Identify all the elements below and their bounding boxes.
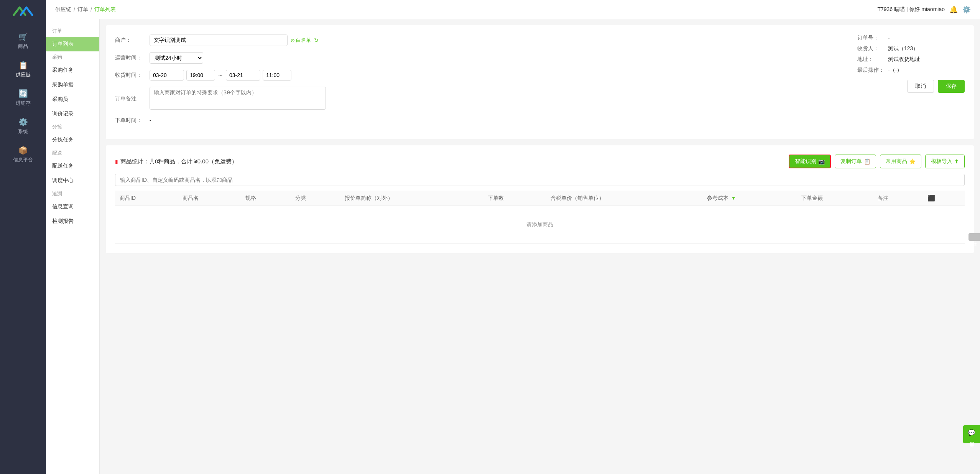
sort-icon[interactable]: ▼ [731,196,736,201]
end-time-input[interactable] [263,70,291,81]
template-import-button[interactable]: 模板导入 ⬆ [925,155,965,168]
sub-sidebar: 订单 订单列表 采购 采购任务 采购单据 采购员 询价记录 分拣 分拣任务 配送… [46,19,100,474]
address-label: 地址： [857,56,888,63]
last-op-value: -（-） [888,67,902,74]
breadcrumb-current[interactable]: 订单列表 [94,6,116,13]
product-table: 商品ID 商品名 规格 分类 报价单简称（对外） 下单数 含税单价（销售单位） … [115,191,965,244]
breadcrumb-supply[interactable]: 供应链 [55,6,71,13]
observer-float-button[interactable]: 💬 观麦服务 [963,425,980,443]
sidebar-item-products[interactable]: 🛒 商品 [0,27,46,55]
operating-time-control: 测试24小时 [150,52,326,64]
start-date-input[interactable] [150,70,184,81]
form-section: 商户： ⊙ 白名单 ↻ 运 [115,35,842,130]
merchant-input[interactable] [150,35,288,46]
col-category: 分类 [291,191,340,206]
sub-item-info-query[interactable]: 信息查询 [46,199,99,214]
remarks-control [150,87,326,111]
sidebar-item-label: 系统 [18,128,28,135]
copy-icon: 📋 [864,158,870,165]
breadcrumb-sep-2: / [90,7,92,13]
common-goods-label: 常用商品 [886,158,907,165]
sub-item-purchase-docs[interactable]: 采购单据 [46,77,99,92]
sub-item-order-list[interactable]: 订单列表 [46,37,99,51]
common-goods-button[interactable]: 常用商品 ⭐ [880,155,921,168]
end-date-input[interactable] [226,70,260,81]
refresh-icon[interactable]: ↻ [314,37,319,43]
star-icon: ⭐ [909,158,916,165]
top-bar-right: T7936 喵喵 | 你好 miaomiao 🔔 ⚙️ [877,5,971,14]
breadcrumb-sep-1: / [74,7,75,13]
receive-time-control: ～ [150,70,326,81]
breadcrumb: 供应链 / 订单 / 订单列表 [55,6,116,13]
col-spec: 规格 [241,191,290,206]
template-import-label: 模板导入 [931,158,952,165]
sidebar-item-inventory[interactable]: 🔄 进销存 [0,84,46,112]
whitelist-button[interactable]: ⊙ 白名单 [291,37,311,44]
smart-id-button[interactable]: 智能识别 📷 [789,155,831,168]
breadcrumb-order[interactable]: 订单 [77,6,88,13]
copy-order-button[interactable]: 复制订单 📋 [835,155,876,168]
whitelist-label: 白名单 [296,37,311,44]
sub-section-sorting: 分拣 [46,121,99,133]
sub-item-inspection-report[interactable]: 检测报告 [46,214,99,229]
info-row-last-op: 最后操作： -（-） [857,67,965,74]
products-icon: 🛒 [18,32,28,41]
info-row-address: 地址： 测试收货地址 [857,56,965,63]
sub-item-sorting-task[interactable]: 分拣任务 [46,133,99,147]
sidebar-item-info-platform[interactable]: 📦 信息平台 [0,140,46,169]
operating-time-select[interactable]: 测试24小时 [150,52,203,64]
settings-icon[interactable]: ⚙️ [962,5,971,14]
form-and-info: 商户： ⊙ 白名单 ↻ 运 [115,35,965,130]
sub-item-dispatch-center[interactable]: 调度中心 [46,173,99,188]
remarks-input[interactable] [150,87,326,110]
sub-item-delivery-task[interactable]: 配送任务 [46,159,99,173]
order-info-panel: 订单号： - 收货人： 测试（123） 地址： 测试收货地址 最后操作： [842,35,965,93]
sidebar-item-label: 商品 [18,43,28,50]
col-ref-cost: 参考成本 ▼ [702,191,797,206]
table-header: 商品ID 商品名 规格 分类 报价单简称（对外） 下单数 含税单价（销售单位） … [115,191,965,206]
product-search-input[interactable] [115,174,965,186]
observer-label: 观麦服务 [968,438,975,439]
col-remarks: 备注 [873,191,922,206]
start-time-input[interactable] [186,70,215,81]
order-form-card: 商户： ⊙ 白名单 ↻ 运 [106,25,974,139]
notification-icon[interactable]: 🔔 [949,5,958,14]
receiver-value: 测试（123） [888,45,918,52]
sidebar-item-label: 进销存 [16,100,31,107]
sidebar: 🛒 商品 📋 供应链 🔄 进销存 ⚙️ 系统 📦 信息平台 [0,0,46,474]
card-actions: 取消 保存 [857,80,965,93]
sub-item-inquiry[interactable]: 询价记录 [46,107,99,121]
table-settings-icon[interactable]: ⬛ [927,195,935,201]
sidebar-nav: 🛒 商品 📋 供应链 🔄 进销存 ⚙️ 系统 📦 信息平台 [0,27,46,169]
main-layout: 供应链 / 订单 / 订单列表 T7936 喵喵 | 你好 miaomiao 🔔… [46,0,980,474]
last-op-label: 最后操作： [857,67,888,74]
order-time-value: - [150,117,326,123]
empty-text: 请添加商品 [115,206,965,244]
user-info: T7936 喵喵 | 你好 miaomiao [877,6,945,13]
smart-id-label: 智能识别 [795,158,816,165]
sub-section-purchase: 采购 [46,51,99,63]
info-platform-icon: 📦 [18,146,28,155]
task-float-button[interactable]: 任务 [968,233,980,241]
sidebar-item-label: 信息平台 [13,156,33,163]
sidebar-item-supply-chain[interactable]: 📋 供应链 [0,55,46,84]
cancel-button[interactable]: 取消 [907,80,934,93]
product-stats: ▮ 商品统计：共0种商品，合计 ¥0.00（免运费） [115,158,237,165]
top-bar: 供应链 / 订单 / 订单列表 T7936 喵喵 | 你好 miaomiao 🔔… [46,0,980,19]
observer-icon: 💬 [968,429,975,436]
smart-id-icon: 📷 [818,158,825,165]
sub-section-delivery: 配送 [46,147,99,159]
order-no-value: - [888,35,890,41]
form-row-remarks: 订单备注 [115,87,842,111]
sidebar-item-label: 供应链 [16,71,31,78]
tilde-separator: ～ [217,71,224,79]
main-area: 订单 订单列表 采购 采购任务 采购单据 采购员 询价记录 分拣 分拣任务 配送… [46,19,980,474]
sub-item-purchaser[interactable]: 采购员 [46,92,99,107]
stats-icon: ▮ [115,158,118,165]
sub-item-purchase-task[interactable]: 采购任务 [46,63,99,77]
whitelist-icon: ⊙ [291,38,295,43]
product-section-header: ▮ 商品统计：共0种商品，合计 ¥0.00（免运费） 智能识别 📷 复制订单 📋 [115,155,965,168]
save-button[interactable]: 保存 [938,80,965,93]
sidebar-item-system[interactable]: ⚙️ 系统 [0,112,46,140]
col-settings[interactable]: ⬛ [923,191,965,206]
